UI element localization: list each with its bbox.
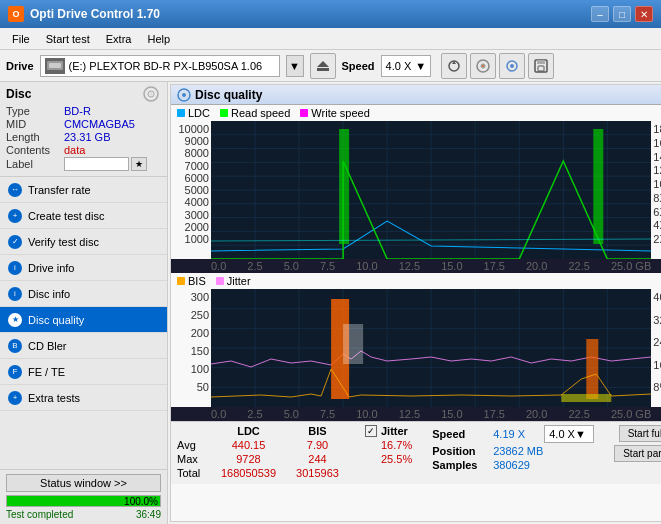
- disc-quality-panel: Disc quality LDC Read speed Write speed: [170, 84, 661, 522]
- svg-rect-38: [593, 129, 603, 244]
- disc-quality-header: Disc quality: [171, 85, 661, 105]
- svg-rect-37: [339, 129, 349, 244]
- upper-y-labels-left: 10000 9000 8000 7000 6000 5000 4000 3000…: [171, 121, 211, 259]
- svg-point-17: [182, 93, 186, 97]
- ldc-max: 9728: [211, 453, 286, 465]
- sidebar-item-transfer-rate[interactable]: ↔ Transfer rate: [0, 177, 167, 203]
- progress-bar-container: 100.0%: [6, 495, 161, 507]
- jitter-legend: Jitter: [216, 275, 251, 287]
- disc-mid-row: MID CMCMAGBA5: [6, 118, 161, 130]
- svg-rect-12: [538, 66, 544, 71]
- sidebar-item-fe-te[interactable]: F FE / TE: [0, 359, 167, 385]
- max-label: Max: [177, 453, 207, 465]
- sidebar-item-label-extra-tests: Extra tests: [28, 392, 80, 404]
- sidebar-item-drive-info[interactable]: i Drive info: [0, 255, 167, 281]
- svg-rect-56: [561, 394, 611, 402]
- jitter-checkbox[interactable]: ✓: [365, 425, 377, 437]
- sidebar-item-disc-info[interactable]: i Disc info: [0, 281, 167, 307]
- speed-position-stats: Speed 4.19 X 4.0 X ▼ Position 23862 MB S…: [432, 425, 594, 473]
- jitter-legend-label: Jitter: [227, 275, 251, 287]
- disc-label-row: Label ★: [6, 157, 161, 171]
- upper-x-axis: 0.0 2.5 5.0 7.5 10.0 12.5 15.0 17.5 20.0…: [171, 259, 661, 273]
- svg-point-7: [482, 65, 484, 67]
- svg-point-9: [510, 64, 514, 68]
- drive-icon: [45, 58, 65, 74]
- main-content: Disc quality LDC Read speed Write speed: [168, 82, 661, 524]
- speed-stat-label: Speed: [432, 428, 487, 440]
- svg-rect-57: [343, 324, 363, 364]
- disc-info-icon: i: [8, 287, 22, 301]
- speed-select[interactable]: 4.0 X ▼: [381, 55, 432, 77]
- disc-type-row: Type BD-R: [6, 105, 161, 117]
- samples-label: Samples: [432, 459, 487, 471]
- disc-button[interactable]: [470, 53, 496, 79]
- upper-chart-legend: LDC Read speed Write speed: [171, 105, 661, 121]
- disc-contents-value: data: [64, 144, 85, 156]
- read-speed-legend-label: Read speed: [231, 107, 290, 119]
- sidebar-item-cd-bler[interactable]: B CD Bler: [0, 333, 167, 359]
- lower-chart-bg: [211, 289, 651, 407]
- ldc-avg: 440.15: [211, 439, 286, 451]
- menu-help[interactable]: Help: [139, 31, 178, 47]
- bis-legend-label: BIS: [188, 275, 206, 287]
- disc-title: Disc: [6, 87, 31, 101]
- svg-marker-2: [317, 61, 329, 67]
- avg-label: Avg: [177, 439, 207, 451]
- maximize-button[interactable]: □: [613, 6, 631, 22]
- speed-value: 4.0 X: [386, 60, 412, 72]
- lower-y-labels-right: 40% 32% 24% 16% 8%: [651, 289, 661, 407]
- disc-quality-icon: ★: [8, 313, 22, 327]
- disc-label-input[interactable]: [64, 157, 129, 171]
- menu-extra[interactable]: Extra: [98, 31, 140, 47]
- ldc-col-header: LDC: [211, 425, 286, 437]
- main-layout: Disc Type BD-R MID CMCMAGBA5 Length 23.3…: [0, 82, 661, 524]
- eject-button[interactable]: [310, 53, 336, 79]
- app-title: Opti Drive Control 1.70: [30, 7, 160, 21]
- disc-label-button[interactable]: ★: [131, 157, 147, 171]
- sidebar-item-disc-quality[interactable]: ★ Disc quality: [0, 307, 167, 333]
- drive-select[interactable]: (E:) PLEXTOR BD-R PX-LB950SA 1.06: [40, 55, 280, 77]
- sidebar-item-label-fe-te: FE / TE: [28, 366, 65, 378]
- svg-rect-3: [317, 68, 329, 71]
- ldc-legend-label: LDC: [188, 107, 210, 119]
- transfer-rate-icon: ↔: [8, 183, 22, 197]
- speed-target-select[interactable]: 4.0 X ▼: [544, 425, 594, 443]
- jitter-legend-dot: [216, 277, 224, 285]
- upper-chart-svg: [211, 121, 651, 259]
- refresh-button[interactable]: [441, 53, 467, 79]
- sidebar-item-verify-test-disc[interactable]: ✓ Verify test disc: [0, 229, 167, 255]
- jitter-col-header: Jitter: [381, 425, 408, 437]
- ldc-total: 168050539: [211, 467, 286, 479]
- ldc-legend-dot: [177, 109, 185, 117]
- settings-button[interactable]: [499, 53, 525, 79]
- disc-type-label: Type: [6, 105, 64, 117]
- disc-contents-label: Contents: [6, 144, 64, 156]
- sidebar-item-label-transfer-rate: Transfer rate: [28, 184, 91, 196]
- verify-test-disc-icon: ✓: [8, 235, 22, 249]
- status-text: Test completed: [6, 509, 73, 520]
- save-button[interactable]: [528, 53, 554, 79]
- action-buttons: Start full Start part: [614, 425, 661, 462]
- minimize-button[interactable]: –: [591, 6, 609, 22]
- disc-panel: Disc Type BD-R MID CMCMAGBA5 Length 23.3…: [0, 82, 167, 177]
- sidebar-item-label-cd-bler: CD Bler: [28, 340, 67, 352]
- menu-file[interactable]: File: [4, 31, 38, 47]
- menu-start-test[interactable]: Start test: [38, 31, 98, 47]
- sidebar-item-label-disc-quality: Disc quality: [28, 314, 84, 326]
- close-button[interactable]: ✕: [635, 6, 653, 22]
- fe-te-icon: F: [8, 365, 22, 379]
- start-full-button[interactable]: Start full: [619, 425, 661, 442]
- upper-chart-bg: [211, 121, 651, 259]
- start-part-button[interactable]: Start part: [614, 445, 661, 462]
- lower-chart-section: BIS Jitter 300 250 200 150 100 50: [171, 273, 661, 421]
- upper-chart-row: 10000 9000 8000 7000 6000 5000 4000 3000…: [171, 121, 661, 259]
- upper-chart-section: LDC Read speed Write speed 10000 9000: [171, 105, 661, 273]
- sidebar-item-extra-tests[interactable]: + Extra tests: [0, 385, 167, 411]
- status-window-button[interactable]: Status window >>: [6, 474, 161, 492]
- drive-dropdown-button[interactable]: ▼: [286, 55, 304, 77]
- sidebar-item-create-test-disc[interactable]: + Create test disc: [0, 203, 167, 229]
- disc-type-value: BD-R: [64, 105, 91, 117]
- speed-dropdown-icon: ▼: [415, 60, 426, 72]
- samples-value: 380629: [493, 459, 530, 471]
- bis-col-header: BIS: [290, 425, 345, 437]
